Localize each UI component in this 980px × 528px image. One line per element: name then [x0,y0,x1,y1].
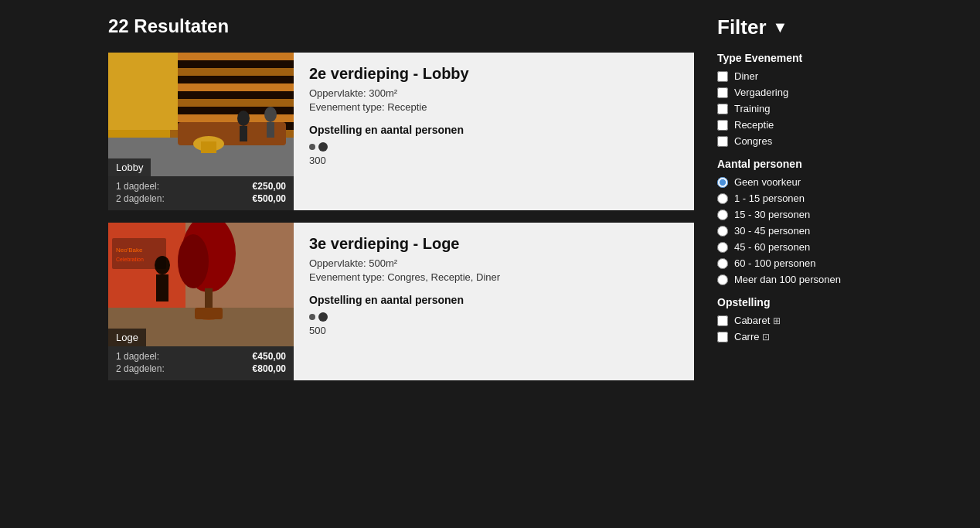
filter-item-45-60[interactable]: 45 - 60 personen [717,241,872,253]
result-card-lobby[interactable]: Lobby 1 dagdeel: €250,00 2 dagdelen: €50… [108,53,694,210]
filter-section-aantal-personen: Aantal personen Geen voorkeur 1 - 15 per… [717,158,872,285]
price-row-2dagdelen-loge: 2 dagdelen: €800,00 [116,363,286,374]
label-training[interactable]: Training [734,103,770,114]
checkbox-training[interactable] [717,104,728,114]
filter-item-diner[interactable]: Diner [717,70,872,82]
card-label-loge: Loge [108,329,146,346]
radio-15-30[interactable] [717,209,728,220]
card-image-wrapper-lobby: Lobby 1 dagdeel: €250,00 2 dagdelen: €50… [108,53,294,210]
filter-item-congres[interactable]: Congres [717,135,872,147]
radio-60-100[interactable] [717,258,728,269]
price-label-2dagdelen-lobby: 2 dagdelen: [116,193,165,204]
filter-section-type-evenement: Type Evenement Diner Vergadering Trainin… [717,52,872,147]
capacity-icons-lobby [309,142,679,152]
filter-item-carre[interactable]: Carre ⊡ [717,331,872,342]
card-evenement-type-lobby: Evenement type: Receptie [309,101,679,113]
svg-rect-5 [170,99,294,107]
label-1-15[interactable]: 1 - 15 personen [734,192,805,204]
label-carre[interactable]: Carre ⊡ [734,331,770,342]
radio-30-45[interactable] [717,226,728,237]
label-vergadering[interactable]: Vergadering [734,87,788,98]
filter-section-title-opstelling: Opstelling [717,296,872,308]
price-value-2dagdelen-lobby: €500,00 [253,193,286,204]
card-title-loge: 3e verdieping - Loge [309,235,679,253]
checkbox-congres[interactable] [717,136,728,147]
label-30-45[interactable]: 30 - 45 personen [734,225,810,237]
label-diner[interactable]: Diner [734,70,758,82]
label-congres[interactable]: Congres [734,135,772,147]
svg-rect-27 [195,308,223,319]
filter-item-geen-voorkeur[interactable]: Geen voorkeur [717,176,872,188]
filter-section-opstelling: Opstelling Cabaret ⊞ Carre ⊡ [717,296,872,342]
filter-item-60-100[interactable]: 60 - 100 personen [717,257,872,269]
radio-1-15[interactable] [717,193,728,204]
label-15-30[interactable]: 15 - 30 personen [734,209,810,220]
svg-rect-30 [112,238,166,269]
card-oppervlakte-lobby: Oppervlakte: 300m² [309,87,679,99]
filter-item-30-45[interactable]: 30 - 45 personen [717,225,872,237]
filter-item-vergadering[interactable]: Vergadering [717,87,872,98]
filter-item-1-15[interactable]: 1 - 15 personen [717,192,872,204]
filter-item-receptie[interactable]: Receptie [717,119,872,131]
card-content-loge: 3e verdieping - Loge Oppervlakte: 500m² … [294,223,694,380]
svg-rect-18 [201,141,216,153]
filter-item-cabaret[interactable]: Cabaret ⊞ [717,315,872,326]
price-label-2dagdelen-loge: 2 dagdelen: [116,363,165,374]
label-60-100[interactable]: 60 - 100 personen [734,257,816,269]
cabaret-icon: ⊞ [773,315,781,326]
radio-geen-voorkeur[interactable] [717,177,728,188]
card-oppervlakte-loge: Oppervlakte: 500m² [309,257,679,269]
svg-point-24 [178,234,209,288]
label-cabaret[interactable]: Cabaret ⊞ [734,315,781,326]
label-geen-voorkeur[interactable]: Geen voorkeur [734,176,801,188]
checkbox-diner[interactable] [717,71,728,82]
filter-item-15-30[interactable]: 15 - 30 personen [717,209,872,220]
filter-item-meer-100[interactable]: Meer dan 100 personen [717,274,872,285]
capacity-dot-large [318,142,328,152]
capacity-dot-large-loge [318,312,328,322]
capacity-dot-small-loge [309,314,315,320]
results-section: 22 Resultaten [108,15,694,393]
label-45-60[interactable]: 45 - 60 personen [734,241,810,253]
svg-text:Neo'Bake: Neo'Bake [116,247,143,254]
svg-point-13 [237,111,250,126]
checkbox-vergadering[interactable] [717,87,728,98]
card-label-lobby: Lobby [108,158,151,176]
filter-sidebar: Filter ▼ Type Evenement Diner Vergaderin… [717,15,872,393]
svg-rect-4 [170,83,294,91]
card-title-lobby: 2e verdieping - Lobby [309,65,679,83]
capacity-icons-loge [309,312,679,322]
card-image-loge: Neo'Bake Celebration Loge [108,223,294,346]
label-receptie[interactable]: Receptie [734,119,774,131]
price-row-1dagdeel-lobby: 1 dagdeel: €250,00 [116,181,286,192]
filter-header: Filter ▼ [717,15,872,39]
result-card-loge[interactable]: Neo'Bake Celebration Loge 1 dagdeel: €45… [108,223,694,380]
checkbox-receptie[interactable] [717,120,728,131]
card-content-lobby: 2e verdieping - Lobby Oppervlakte: 300m²… [294,53,694,210]
svg-rect-3 [170,68,294,76]
svg-rect-2 [170,53,294,60]
checkbox-cabaret[interactable] [717,315,728,326]
card-evenement-type-loge: Evenement type: Congres, Receptie, Diner [309,271,679,283]
price-label-1dagdeel-loge: 1 dagdeel: [116,351,159,362]
svg-rect-14 [240,126,247,141]
price-row-1dagdeel-loge: 1 dagdeel: €450,00 [116,351,286,362]
price-value-1dagdeel-lobby: €250,00 [253,181,286,192]
checkbox-carre[interactable] [717,332,728,342]
price-value-2dagdelen-loge: €800,00 [253,363,286,374]
radio-meer-100[interactable] [717,274,728,285]
price-label-1dagdeel-lobby: 1 dagdeel: [116,181,159,192]
card-pricing-lobby: 1 dagdeel: €250,00 2 dagdelen: €500,00 [108,176,294,210]
card-image-wrapper-loge: Neo'Bake Celebration Loge 1 dagdeel: €45… [108,223,294,380]
card-image-lobby: Lobby [108,53,294,176]
carre-icon: ⊡ [762,332,770,342]
capacity-number-lobby: 300 [309,155,679,166]
label-meer-100[interactable]: Meer dan 100 personen [734,274,841,285]
svg-rect-16 [267,122,274,138]
filter-item-training[interactable]: Training [717,103,872,114]
svg-rect-29 [156,274,168,301]
capacity-number-loge: 500 [309,325,679,336]
price-value-1dagdeel-loge: €450,00 [253,351,286,362]
svg-rect-10 [108,53,178,130]
radio-45-60[interactable] [717,242,728,253]
